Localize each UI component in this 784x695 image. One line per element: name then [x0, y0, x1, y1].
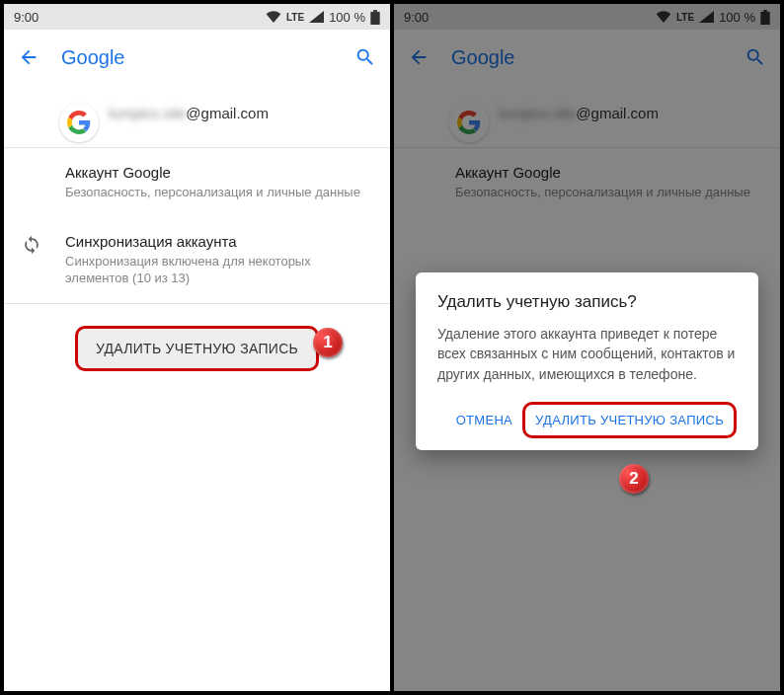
search-icon [354, 46, 376, 68]
arrow-left-icon [18, 46, 39, 68]
account-row[interactable]: lumpics.site@gmail.com [4, 85, 390, 147]
battery-pct: 100 % [329, 10, 365, 25]
google-logo-icon [449, 103, 489, 142]
confirm-remove-button[interactable]: УДАЛИТЬ УЧЕТНУЮ ЗАПИСЬ [522, 402, 737, 438]
svg-rect-0 [370, 11, 379, 24]
dialog-title: Удалить учетную запись? [437, 292, 737, 312]
phone-left: 9:00 LTE 100 % Google lumpics [4, 4, 390, 691]
setting-label: Синхронизация аккаунта [65, 233, 372, 250]
lte-label: LTE [676, 12, 694, 23]
remove-account-button[interactable]: УДАЛИТЬ УЧЕТНУЮ ЗАПИСЬ [75, 326, 319, 371]
status-bar: 9:00 LTE 100 % [4, 4, 390, 30]
battery-icon [760, 10, 770, 25]
arrow-left-icon [408, 46, 430, 68]
setting-label: Аккаунт Google [455, 164, 762, 181]
cancel-button[interactable]: ОТМЕНА [450, 405, 518, 435]
lte-label: LTE [286, 12, 304, 23]
callout-badge-1: 1 [313, 328, 343, 357]
back-button[interactable] [408, 46, 430, 68]
account-email: lumpics.site@gmail.com [109, 105, 269, 121]
wifi-icon [266, 11, 281, 23]
battery-pct: 100 % [719, 10, 755, 25]
setting-sub: Синхронизация включена для некоторых эле… [65, 253, 372, 287]
svg-rect-3 [763, 10, 767, 12]
battery-icon [370, 10, 380, 25]
account-row[interactable]: lumpics.site@gmail.com [394, 85, 780, 147]
signal-icon [699, 11, 714, 23]
google-logo-icon [59, 103, 99, 142]
search-button[interactable] [354, 46, 376, 68]
wifi-icon [656, 11, 671, 23]
dialog-body: Удаление этого аккаунта приведет к потер… [437, 324, 737, 384]
setting-google-account[interactable]: Аккаунт Google Безопасность, персонализа… [4, 148, 390, 217]
confirm-dialog: Удалить учетную запись? Удаление этого а… [416, 272, 758, 450]
setting-label: Аккаунт Google [65, 164, 372, 181]
button-area: УДАЛИТЬ УЧЕТНУЮ ЗАПИСЬ 1 [4, 304, 390, 393]
app-bar: Google [394, 30, 780, 85]
setting-google-account[interactable]: Аккаунт Google Безопасность, персонализа… [394, 148, 780, 217]
setting-sync[interactable]: Синхронизация аккаунта Синхронизация вкл… [4, 217, 390, 303]
account-email: lumpics.site@gmail.com [499, 105, 659, 121]
dialog-actions: ОТМЕНА УДАЛИТЬ УЧЕТНУЮ ЗАПИСЬ [437, 402, 737, 438]
search-button[interactable] [745, 46, 766, 68]
setting-sub: Безопасность, персонализация и личные да… [455, 184, 762, 201]
phone-right: 9:00 LTE 100 % Google lumpics [394, 4, 780, 691]
setting-sub: Безопасность, персонализация и личные да… [65, 184, 372, 201]
sync-icon [22, 235, 41, 255]
status-time: 9:00 [404, 10, 429, 25]
status-time: 9:00 [14, 10, 39, 25]
callout-badge-2: 2 [619, 464, 649, 494]
page-title: Google [451, 46, 515, 69]
signal-icon [309, 11, 324, 23]
svg-rect-1 [373, 10, 377, 12]
search-icon [745, 46, 766, 68]
svg-rect-2 [760, 11, 769, 24]
app-bar: Google [4, 30, 390, 85]
status-bar: 9:00 LTE 100 % [394, 4, 780, 30]
page-title: Google [61, 46, 125, 69]
back-button[interactable] [18, 46, 39, 68]
